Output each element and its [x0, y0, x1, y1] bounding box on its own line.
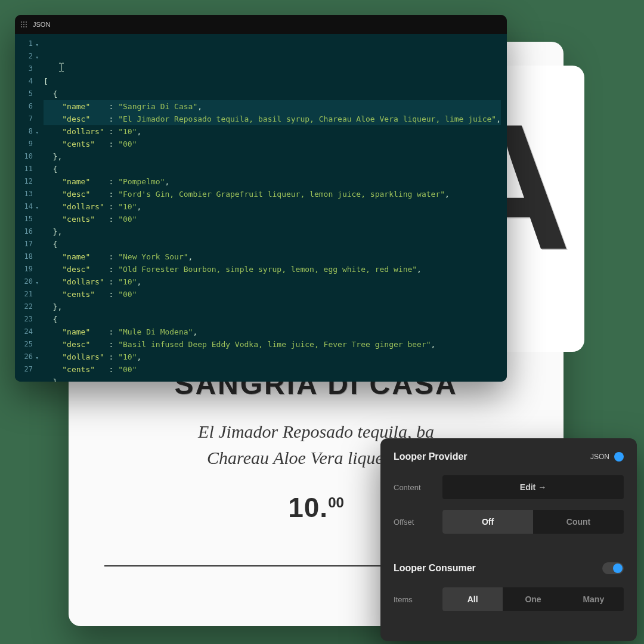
toggle-dot-icon — [614, 452, 624, 462]
looper-provider-title: Looper Provider — [394, 451, 467, 462]
code-editor-window: JSON 1▾2▾345678▾91011121314▾151617181920… — [15, 15, 507, 382]
content-row: Content Edit → — [394, 475, 624, 499]
offset-label: Offset — [394, 518, 442, 527]
looper-consumer-title: Looper Consumer — [394, 563, 476, 574]
provider-type-toggle[interactable]: JSON — [590, 452, 624, 462]
code-editor-body[interactable]: 1▾2▾345678▾91011121314▾151617181920▾2122… — [15, 34, 507, 382]
code-content[interactable]: [ { "name" : "Sangria Di Casa", "desc" :… — [38, 34, 507, 382]
looper-provider-header: Looper Provider JSON — [394, 451, 624, 462]
items-row: Items All One Many — [394, 587, 624, 611]
items-option-many[interactable]: Many — [564, 587, 624, 611]
price-cents: 00 — [328, 494, 344, 510]
looper-panel: Looper Provider JSON Content Edit → Offs… — [380, 438, 637, 641]
code-editor-titlebar[interactable]: JSON — [15, 15, 507, 34]
drag-handle-icon[interactable] — [21, 21, 27, 27]
offset-option-off[interactable]: Off — [442, 510, 533, 534]
looper-consumer-header: Looper Consumer — [394, 562, 624, 574]
code-tab-label: JSON — [33, 21, 50, 28]
items-option-one[interactable]: One — [503, 587, 563, 611]
offset-row: Offset Off Count — [394, 510, 624, 534]
consumer-toggle[interactable] — [602, 562, 624, 574]
offset-segmented: Off Count — [442, 510, 624, 534]
price-dot: . — [320, 492, 328, 523]
code-gutter: 1▾2▾345678▾91011121314▾151617181920▾2122… — [15, 34, 38, 382]
provider-badge-label: JSON — [590, 453, 609, 461]
content-label: Content — [394, 483, 442, 492]
items-segmented: All One Many — [442, 587, 624, 611]
items-label: Items — [394, 595, 442, 604]
items-option-all[interactable]: All — [442, 587, 503, 611]
text-cursor-icon — [57, 63, 66, 72]
offset-option-count[interactable]: Count — [533, 510, 624, 534]
edit-content-button[interactable]: Edit → — [442, 475, 624, 499]
price-dollars: 10 — [288, 492, 320, 523]
